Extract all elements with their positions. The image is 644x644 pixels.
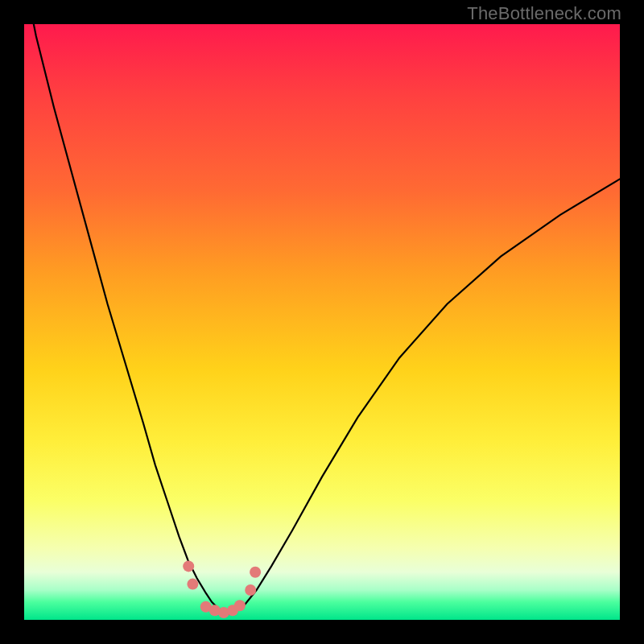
marker-dot bbox=[250, 567, 261, 578]
chart-overlay bbox=[24, 24, 620, 620]
curve-right-branch bbox=[229, 179, 620, 613]
chart-frame: TheBottleneck.com bbox=[0, 0, 644, 644]
marker-dot bbox=[187, 579, 198, 590]
marker-dot bbox=[234, 600, 246, 611]
marker-cluster bbox=[183, 560, 261, 618]
curve-left-branch bbox=[24, 0, 229, 614]
watermark-text: TheBottleneck.com bbox=[467, 3, 621, 24]
marker-dot bbox=[183, 560, 194, 572]
marker-dot bbox=[245, 584, 256, 596]
